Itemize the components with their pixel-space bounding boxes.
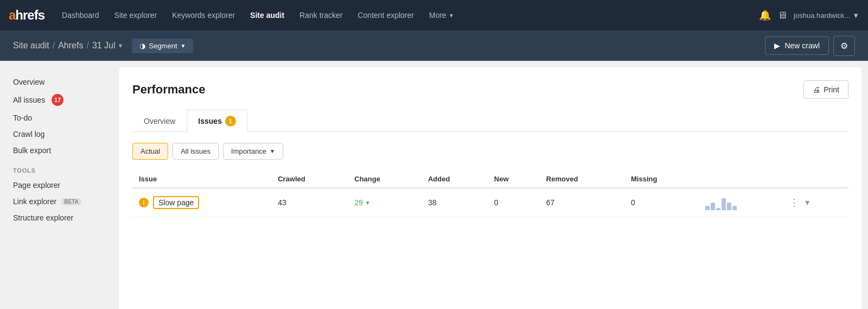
table-header: Issue Crawled Change Added New Removed M… xyxy=(132,171,848,188)
sidebar: Overview All issues 17 To-do Crawl log B… xyxy=(0,61,119,309)
col-actions xyxy=(783,171,848,188)
subheader: Site audit / Ahrefs / 31 Jul ▼ ◑ Segment… xyxy=(0,30,868,61)
main-content: Performance 🖨 Print Overview Issues 1 Ac… xyxy=(119,67,861,309)
col-chart xyxy=(699,171,783,188)
more-options-icon[interactable]: ⋮ xyxy=(789,197,799,209)
bar-3 xyxy=(716,208,720,210)
cell-missing: 0 xyxy=(624,188,699,217)
col-issue: Issue xyxy=(132,171,271,188)
cell-change: 29 ▼ xyxy=(348,188,422,217)
filter-actual[interactable]: Actual xyxy=(132,143,168,160)
sidebar-item-overview[interactable]: Overview xyxy=(9,74,111,90)
col-missing: Missing xyxy=(624,171,699,188)
change-arrow-icon: ▼ xyxy=(365,200,371,206)
sidebar-item-todo[interactable]: To-do xyxy=(9,110,111,126)
print-button[interactable]: 🖨 Print xyxy=(803,80,848,99)
nav-rank-tracker[interactable]: Rank tracker xyxy=(293,7,349,24)
tab-overview[interactable]: Overview xyxy=(132,110,187,132)
segment-icon: ◑ xyxy=(139,42,145,50)
sidebar-item-link-explorer[interactable]: Link explorer BETA xyxy=(9,193,111,210)
cell-row-actions: ⋮ ▼ xyxy=(783,188,848,217)
importance-chevron-icon: ▼ xyxy=(270,148,275,154)
filters-bar: Actual All issues Importance ▼ xyxy=(132,143,848,160)
issue-name[interactable]: Slow page xyxy=(153,196,199,209)
issues-tab-badge: 1 xyxy=(225,116,236,127)
nav-site-audit[interactable]: Site audit xyxy=(244,7,291,24)
mini-bar-chart xyxy=(705,195,776,210)
sidebar-item-all-issues[interactable]: All issues 17 xyxy=(9,90,111,110)
breadcrumb-ahrefs[interactable]: Ahrefs xyxy=(58,41,83,51)
filter-all-issues[interactable]: All issues xyxy=(173,143,219,160)
sidebar-item-bulk-export[interactable]: Bulk export xyxy=(9,142,111,159)
bar-6 xyxy=(732,206,737,210)
segment-chevron-icon: ▼ xyxy=(181,43,186,49)
info-icon: i xyxy=(139,198,149,207)
bar-2 xyxy=(711,203,715,210)
bar-4 xyxy=(722,198,726,210)
col-crawled: Crawled xyxy=(271,171,348,188)
sidebar-tools-section: TOOLS xyxy=(9,159,111,177)
nav-content-explorer[interactable]: Content explorer xyxy=(351,7,420,24)
table-row: i Slow page 43 29 ▼ 38 0 67 0 xyxy=(132,188,848,217)
breadcrumb-sep-1: / xyxy=(53,41,55,51)
nav-icons: 🔔 🖥 joshua.hardwick... ▼ xyxy=(759,9,859,21)
play-icon: ▶ xyxy=(774,41,780,50)
cell-removed: 67 xyxy=(540,188,624,217)
cell-new: 0 xyxy=(488,188,540,217)
logo-icon: a xyxy=(9,8,15,22)
sidebar-item-page-explorer[interactable]: Page explorer xyxy=(9,177,111,193)
tabs: Overview Issues 1 xyxy=(132,110,848,132)
issues-table: Issue Crawled Change Added New Removed M… xyxy=(132,171,848,217)
cell-issue: i Slow page xyxy=(132,188,271,217)
new-crawl-button[interactable]: ▶ New crawl xyxy=(765,36,829,55)
nav-site-explorer[interactable]: Site explorer xyxy=(108,7,164,24)
breadcrumb: Site audit / Ahrefs / 31 Jul ▼ xyxy=(13,41,123,51)
nav-more[interactable]: More ▼ xyxy=(423,7,461,24)
breadcrumb-site-audit[interactable]: Site audit xyxy=(13,41,49,51)
user-chevron-icon: ▼ xyxy=(852,11,859,20)
breadcrumb-date[interactable]: 31 Jul ▼ xyxy=(92,41,124,51)
main-layout: Overview All issues 17 To-do Crawl log B… xyxy=(0,61,868,309)
breadcrumb-sep-2: / xyxy=(86,41,88,51)
col-added: Added xyxy=(422,171,488,188)
cell-added: 38 xyxy=(422,188,488,217)
print-icon: 🖨 xyxy=(813,85,820,94)
content-header: Performance 🖨 Print xyxy=(132,80,848,99)
bar-5 xyxy=(727,203,731,210)
settings-button[interactable]: ⚙ xyxy=(833,36,855,56)
page-title: Performance xyxy=(132,83,206,97)
all-issues-badge: 17 xyxy=(52,94,63,106)
bar-1 xyxy=(705,206,710,210)
nav-dashboard[interactable]: Dashboard xyxy=(55,7,106,24)
sidebar-item-crawl-log[interactable]: Crawl log xyxy=(9,126,111,142)
col-change: Change xyxy=(348,171,422,188)
filter-importance[interactable]: Importance ▼ xyxy=(223,143,283,160)
user-menu[interactable]: joshua.hardwick... ▼ xyxy=(794,11,859,20)
top-navigation: aahrefshrefs Dashboard Site explorer Key… xyxy=(0,0,868,30)
cell-crawled: 43 xyxy=(271,188,348,217)
notification-icon[interactable]: 🔔 xyxy=(759,9,771,21)
display-icon[interactable]: 🖥 xyxy=(777,10,787,21)
tab-issues[interactable]: Issues 1 xyxy=(187,110,247,132)
segment-button[interactable]: ◑ Segment ▼ xyxy=(132,39,193,53)
gear-icon: ⚙ xyxy=(840,41,848,51)
col-new: New xyxy=(488,171,540,188)
chevron-down-icon: ▼ xyxy=(449,12,454,18)
logo[interactable]: aahrefshrefs xyxy=(9,8,44,23)
sidebar-item-structure-explorer[interactable]: Structure explorer xyxy=(9,210,111,226)
row-actions: ⋮ ▼ xyxy=(789,197,842,209)
nav-keywords-explorer[interactable]: Keywords explorer xyxy=(165,7,241,24)
cell-chart xyxy=(699,188,783,217)
beta-badge: BETA xyxy=(62,198,80,205)
col-removed: Removed xyxy=(540,171,624,188)
expand-row-icon[interactable]: ▼ xyxy=(803,198,811,207)
date-chevron-icon: ▼ xyxy=(118,42,124,49)
